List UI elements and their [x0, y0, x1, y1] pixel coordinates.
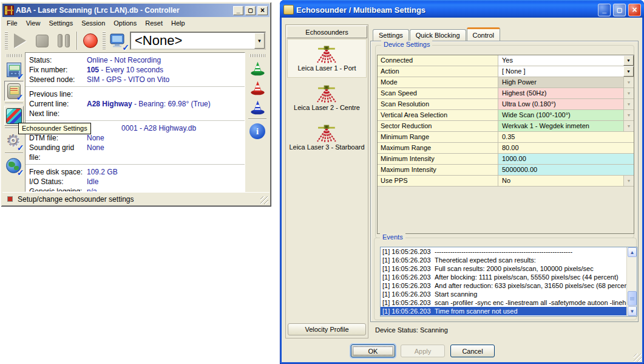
play-button[interactable]: [9, 31, 31, 50]
record-button[interactable]: [80, 31, 101, 50]
network-settings-button[interactable]: ✓: [4, 156, 24, 176]
info-button[interactable]: i: [249, 123, 265, 139]
table-row: ModeHigh Power▼: [378, 77, 634, 88]
velocity-profile-button[interactable]: Velocity Profile: [288, 323, 366, 335]
field-label: DTM file:: [29, 133, 87, 143]
menu-help[interactable]: Help: [167, 18, 189, 28]
setting-value[interactable]: [ None ]: [498, 66, 623, 77]
field-label: I/O Status:: [29, 177, 87, 187]
record-icon: [83, 33, 98, 48]
field-value: - Every 10 seconds: [99, 66, 163, 74]
maximize-button[interactable]: ▢: [613, 4, 626, 16]
laser-scanner-icon: [315, 45, 339, 64]
setting-label: Scan Resolution: [378, 99, 498, 109]
dropdown-button[interactable]: ▼: [623, 66, 634, 77]
red-cone-button[interactable]: [248, 78, 266, 98]
check-icon: ✓: [17, 72, 24, 81]
setting-value[interactable]: 80.00: [498, 143, 634, 153]
pause-button[interactable]: [53, 31, 75, 50]
check-icon: ✓: [122, 43, 129, 52]
resize-grip[interactable]: [260, 196, 268, 204]
field-value: 109.2 GB: [87, 168, 118, 176]
sidebar-item-laser2[interactable]: Leica Laser 2 - Centre: [287, 78, 367, 117]
sidebar-item-laser1[interactable]: Leica Laser 1 - Port: [287, 39, 367, 78]
status-bar: Setup/change echosounder settings: [2, 192, 269, 205]
device-status-text: Device Status: Scanning: [375, 326, 448, 334]
sounder-view-button[interactable]: ✓: [4, 81, 24, 101]
field-value: Online - Not Recording: [87, 56, 161, 64]
field-label: Generic logging:: [29, 187, 87, 192]
setting-label: Maximum Range: [378, 143, 498, 153]
setting-value[interactable]: 5000000.00: [498, 165, 634, 175]
setting-value[interactable]: Yes: [498, 55, 623, 66]
setting-value[interactable]: 1000.00: [498, 154, 634, 164]
toolbar-gripper[interactable]: [6, 54, 22, 57]
blue-cone-icon: [249, 100, 266, 115]
setting-value[interactable]: 0.35: [498, 132, 634, 142]
menu-view[interactable]: View: [22, 18, 45, 28]
device-settings-table: ConnectedYes▼ Action[ None ]▼ ModeHigh P…: [377, 55, 634, 234]
menu-session[interactable]: Session: [77, 18, 109, 28]
steered-node-combobox[interactable]: <None> ▼: [130, 32, 266, 50]
dropdown-button: ▼: [623, 99, 634, 109]
apply-button[interactable]: Apply: [401, 345, 445, 357]
calculation-settings-button[interactable]: ✓: [4, 60, 24, 80]
minimize-button[interactable]: _: [598, 4, 611, 16]
setting-label: Vertical Area Selection: [378, 110, 498, 120]
status-panel: Status:Online - Not Recording Fix number…: [25, 52, 245, 192]
maximize-button[interactable]: ▢: [245, 6, 256, 15]
dropdown-button: ▼: [623, 176, 634, 186]
events-scrollbar[interactable]: ▲ ▼: [626, 247, 637, 316]
table-row: Maximum Range80.00: [378, 143, 634, 154]
toolbar-gripper[interactable]: [103, 32, 106, 50]
menu-file[interactable]: File: [2, 18, 22, 28]
tab-settings[interactable]: Settings: [373, 29, 409, 41]
ok-button[interactable]: OK: [351, 345, 395, 357]
toolbar-gripper[interactable]: [5, 32, 8, 50]
tab-control[interactable]: Control: [467, 27, 500, 41]
cancel-button[interactable]: Cancel: [450, 345, 495, 357]
sidebar-item-label: Leica Laser 2 - Centre: [294, 104, 360, 111]
setting-label: Action: [378, 66, 498, 77]
tooltip: Echosounder Settings: [18, 123, 91, 134]
events-list[interactable]: [1] 16:05:26.203------------------------…: [380, 247, 637, 317]
setting-value: Highest (50Hz): [498, 88, 623, 98]
resize-grip[interactable]: [634, 354, 642, 362]
event-row: [1] 16:05:26.203Theoretical expected sca…: [381, 256, 626, 264]
controller-titlebar[interactable]: ABA - Laser Scanning (Lrc LAN).db - Cont…: [2, 4, 269, 17]
scroll-up-icon[interactable]: ▲: [628, 247, 637, 257]
close-button[interactable]: ×: [257, 6, 268, 15]
scrollbar-thumb[interactable]: [628, 291, 637, 306]
green-cone-button[interactable]: [248, 59, 266, 78]
sidebar-item-label: Leica Laser 3 - Starboard: [289, 143, 364, 151]
menu-reset[interactable]: Reset: [141, 18, 167, 28]
stop-icon: [36, 35, 49, 47]
dropdown-button: ▼: [623, 121, 634, 131]
scroll-down-icon[interactable]: ▼: [628, 306, 637, 316]
status-section: Status:Online - Not Recording Fix number…: [25, 53, 245, 87]
node-select-button[interactable]: ✓: [107, 31, 129, 50]
dropdown-button[interactable]: ▼: [623, 55, 634, 66]
setting-label: Scan Speed: [378, 88, 498, 98]
event-row-selected[interactable]: [1] 16:05:26.203Time from scanner not us…: [381, 307, 626, 315]
dropdown-button: ▼: [623, 88, 634, 98]
toolbar-separator: [248, 118, 266, 120]
window-title: ABA - Laser Scanning (Lrc LAN).db - Cont…: [16, 6, 231, 15]
tab-quick-blocking[interactable]: Quick Blocking: [410, 29, 466, 41]
combobox-dropdown-button[interactable]: ▼: [254, 33, 265, 49]
menu-settings[interactable]: Settings: [44, 18, 77, 28]
blue-cone-button[interactable]: [248, 98, 266, 117]
dialog-titlebar[interactable]: Echosounder / Multibeam Settings _ ▢ ×: [280, 0, 644, 18]
sidebar-item-laser3[interactable]: Leica Laser 3 - Starboard: [287, 118, 367, 157]
event-row: [1] 16:05:26.203Start scanning: [381, 290, 626, 298]
close-button[interactable]: ×: [628, 4, 641, 16]
stop-button[interactable]: [31, 31, 53, 50]
echosounder-settings-icon: [6, 108, 22, 124]
play-icon: [14, 33, 26, 48]
menu-options[interactable]: Options: [109, 18, 141, 28]
field-value: Idle: [87, 177, 98, 186]
laser-scanner-icon: [315, 84, 339, 104]
setting-label: Maximum Intensity: [378, 165, 498, 175]
toolbar-gripper[interactable]: [249, 54, 265, 57]
minimize-button[interactable]: _: [233, 6, 243, 15]
